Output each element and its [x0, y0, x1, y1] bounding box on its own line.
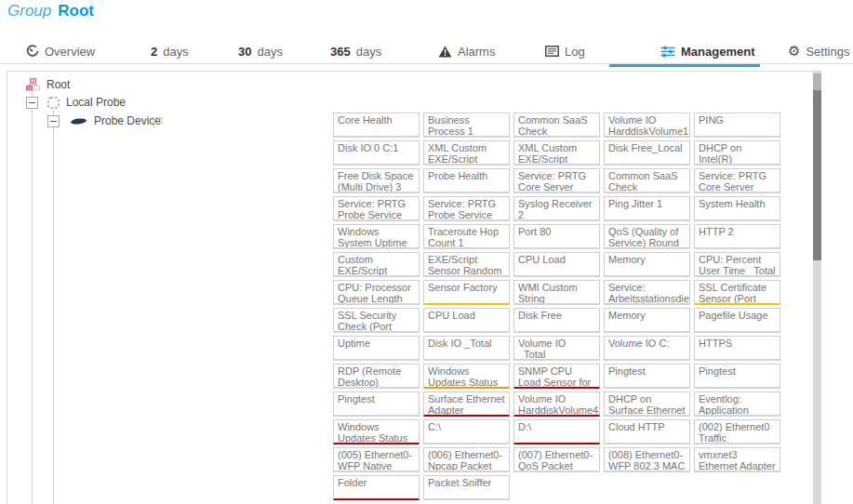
- sensor-cell[interactable]: (007) Ethernet0-QoS Packet: [513, 447, 600, 472]
- sensor-cell[interactable]: XML Custom EXE/Script Sensor: [513, 140, 600, 166]
- sensor-cell[interactable]: Service: PRTG Core Server Service: [694, 168, 780, 193]
- tree-item-root[interactable]: Root: [26, 78, 70, 91]
- flag-icon[interactable]: [152, 115, 165, 132]
- tab-settings-label: Settings: [806, 45, 849, 59]
- sensor-cell[interactable]: Pagefile Usage: [694, 308, 780, 333]
- sensor-cell[interactable]: Pingtest: [604, 364, 690, 389]
- sensor-cell[interactable]: (006) Ethernet0-Npcap Packet: [423, 447, 510, 472]
- tab-settings[interactable]: ⚙ Settings: [788, 41, 849, 61]
- sensor-cell[interactable]: (005) Ethernet0-WFP Native MAC: [333, 447, 420, 472]
- alarm-triangle-icon: [438, 46, 452, 58]
- sensor-cell[interactable]: EXE/Script Sensor Random number: [423, 252, 510, 277]
- sensor-cell[interactable]: Disk Free_Local: [604, 140, 690, 166]
- content-panel-top-border: [7, 71, 822, 72]
- active-tab-underline: [609, 64, 760, 67]
- sensor-cell[interactable]: Disk Free: [513, 308, 600, 333]
- sensor-cell[interactable]: Ping Jitter 1: [604, 196, 690, 221]
- sensor-cell[interactable]: Folder: [333, 475, 420, 500]
- sensor-cell[interactable]: SSL Security Check (Port 443): [333, 308, 420, 333]
- sensor-cell[interactable]: Memory: [604, 252, 690, 277]
- collapse-toggle-icon[interactable]: [47, 115, 60, 127]
- sensor-cell[interactable]: Cloud HTTP: [604, 419, 690, 444]
- sensor-cell[interactable]: XML Custom EXE/Script Sensor: [423, 140, 510, 166]
- collapse-toggle-icon[interactable]: [26, 97, 38, 109]
- gear-icon: ⚙: [788, 45, 800, 58]
- tab-2-days-label: days: [163, 45, 188, 59]
- sensor-cell[interactable]: Packet Sniffer: [423, 475, 510, 500]
- sensor-cell[interactable]: HTTPS: [694, 336, 780, 361]
- device-icon: [70, 116, 87, 126]
- sensor-cell[interactable]: WMI Custom String: [513, 280, 600, 305]
- sensor-cell[interactable]: Common SaaS Check: [604, 168, 690, 193]
- sensor-cell[interactable]: C:\: [423, 419, 510, 444]
- sensor-cell[interactable]: Traceroute Hop Count 1: [423, 224, 510, 249]
- sensor-cell[interactable]: HTTP 2: [694, 224, 780, 249]
- sensor-cell[interactable]: Disk IO 0 C:1: [333, 140, 420, 166]
- sensor-cell[interactable]: SNMP CPU Load Sensor for Asako: [513, 364, 600, 389]
- tab-log-label: Log: [565, 45, 585, 59]
- sensor-cell[interactable]: Pingtest: [694, 364, 780, 389]
- probe-icon: [47, 97, 60, 109]
- scrollbar-thumb[interactable]: [813, 90, 821, 260]
- sensor-cell[interactable]: Volume IO HarddiskVolume1: [604, 113, 690, 138]
- sensor-cell[interactable]: Volume IO HarddiskVolume4: [513, 391, 600, 417]
- sensor-cell[interactable]: RDP (Remote Desktop): [333, 364, 420, 389]
- tab-alarms[interactable]: Alarms: [438, 41, 495, 61]
- sensor-cell[interactable]: Service: Arbeitsstationsdie…: [604, 280, 690, 305]
- sensor-cell[interactable]: D:\: [513, 419, 600, 444]
- tab-management[interactable]: Management: [660, 41, 754, 61]
- sensor-cell[interactable]: CPU Load: [513, 252, 600, 277]
- tab-2-days-number: 2: [151, 45, 157, 59]
- sensor-cell[interactable]: Windows System Uptime 2: [333, 224, 420, 249]
- sensor-cell[interactable]: Business Process 1: [423, 113, 510, 138]
- sensor-cell[interactable]: CPU Load: [423, 308, 510, 333]
- sensor-cell[interactable]: Custom EXE/Script Sensor 1: [333, 252, 420, 277]
- sensor-cell[interactable]: CPU: Processor Queue Length: [333, 280, 420, 305]
- sensor-cell[interactable]: Core Health: [333, 113, 420, 138]
- sensor-cell[interactable]: Service: PRTG Probe Service: [423, 196, 510, 221]
- tree-item-local-probe-label: Local Probe: [66, 96, 126, 109]
- sensor-cell[interactable]: Disk IO _Total: [423, 336, 510, 361]
- tab-30-days-label: days: [257, 45, 282, 59]
- sensor-cell[interactable]: Port 80: [513, 224, 600, 249]
- sensor-cell[interactable]: Service: PRTG Probe Service: [333, 196, 420, 221]
- sensor-cell[interactable]: System Health: [694, 196, 780, 221]
- tab-30-days[interactable]: 30 days: [238, 41, 283, 61]
- sensor-cell[interactable]: Windows Updates Status: [423, 364, 510, 389]
- sensor-cell[interactable]: Common SaaS Check: [513, 113, 600, 138]
- tab-365-days[interactable]: 365 days: [330, 41, 381, 61]
- sensor-cell[interactable]: Probe Health: [423, 168, 510, 193]
- sensor-cell[interactable]: DHCP on Surface Ethernet Adapter: [604, 391, 690, 417]
- sensor-cell[interactable]: (008) Ethernet0-WFP 802.3 MAC: [604, 447, 690, 472]
- tree-guide-line: [53, 110, 54, 504]
- sensor-cell[interactable]: Uptime: [333, 336, 420, 361]
- sensor-cell[interactable]: (002) Ethernet0 Traffic: [694, 419, 780, 444]
- tab-management-label: Management: [681, 45, 754, 59]
- sensor-cell[interactable]: QoS (Quality of Service) Round Trip: [604, 224, 690, 249]
- tree-item-local-probe[interactable]: Local Probe: [26, 96, 126, 109]
- sensor-cell[interactable]: Syslog Receiver 2: [513, 196, 600, 221]
- sensor-cell[interactable]: Volume IO C:: [604, 336, 690, 361]
- tab-overview[interactable]: Overview: [26, 41, 95, 61]
- sensor-grid: Core HealthBusiness Process 1Common SaaS…: [333, 113, 780, 500]
- sensor-cell[interactable]: Volume IO _Total: [513, 336, 600, 361]
- sensor-cell[interactable]: Free Disk Space (Multi Drive) 3: [333, 168, 420, 193]
- sensor-cell[interactable]: Service: PRTG Core Server Service: [513, 168, 600, 193]
- sensor-cell[interactable]: CPU: Percent User Time _Total: [694, 252, 780, 277]
- tab-2-days[interactable]: 2 days: [151, 41, 189, 61]
- sensor-cell[interactable]: PING: [694, 113, 780, 138]
- sensor-cell[interactable]: Surface Ethernet Adapter: [423, 391, 510, 417]
- sensor-cell[interactable]: Eventlog: Application: [694, 391, 780, 417]
- tab-log[interactable]: Log: [545, 41, 585, 61]
- content-panel-left-border: [7, 71, 7, 504]
- sensor-cell[interactable]: SSL Certificate Sensor (Port 443): [694, 280, 780, 305]
- sensor-cell[interactable]: Pingtest: [333, 391, 420, 417]
- sensor-cell[interactable]: vmxnet3 Ethernet Adapter: [694, 447, 780, 472]
- vertical-scrollbar[interactable]: [813, 72, 821, 504]
- sensor-cell[interactable]: Memory: [604, 308, 690, 333]
- tree-item-probe-device[interactable]: Probe Device: [47, 114, 161, 127]
- tree-item-root-label: Root: [47, 78, 70, 91]
- sensor-cell[interactable]: Windows Updates Status: [333, 419, 420, 444]
- sensor-cell[interactable]: DHCP on Intel(R) PRO/1000 MT: [694, 140, 780, 166]
- sensor-cell[interactable]: Sensor Factory: [423, 280, 510, 305]
